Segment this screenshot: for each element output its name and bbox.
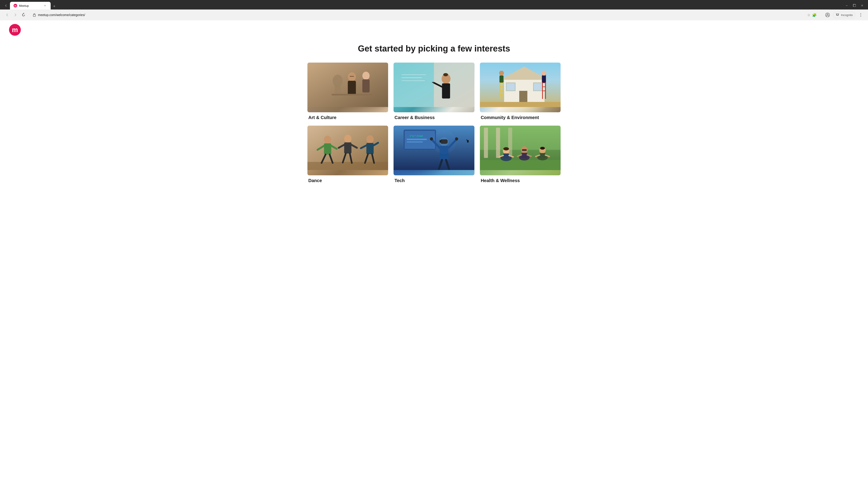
back-button[interactable] [4, 11, 11, 19]
tab-title: Meetup [19, 4, 41, 7]
svg-point-9 [861, 15, 861, 15]
new-tab-button[interactable]: + [51, 3, 57, 9]
incognito-icon [835, 13, 839, 17]
svg-rect-37 [506, 83, 515, 91]
meetup-logo[interactable]: m [9, 24, 21, 36]
svg-rect-21 [332, 94, 372, 95]
page-content: m Get started by picking a few interests [0, 20, 868, 488]
address-text: meetup.com/welcome/categories/ [38, 13, 805, 17]
svg-rect-98 [480, 126, 561, 150]
category-label-career: Career & Business [394, 115, 474, 120]
svg-point-71 [366, 135, 374, 143]
svg-point-104 [503, 147, 509, 151]
address-input[interactable]: meetup.com/welcome/categories/ ☆ 🧩 [29, 11, 820, 19]
svg-rect-56 [480, 102, 561, 107]
window-controls: − ⧠ × [844, 2, 865, 9]
browser-chrome: m Meetup × + − ⧠ × [0, 0, 868, 20]
svg-rect-102 [480, 160, 561, 170]
address-action-icons: ☆ 🧩 [807, 13, 817, 17]
svg-rect-58 [307, 162, 388, 170]
svg-rect-17 [348, 80, 356, 95]
category-label-dance: Dance [307, 178, 388, 183]
browser-right-actions: Incognito [824, 11, 864, 19]
forward-button[interactable] [12, 11, 19, 19]
browser-menu-button[interactable] [857, 11, 864, 19]
category-card-community[interactable]: Community & Environment [480, 63, 561, 120]
svg-rect-112 [522, 153, 527, 158]
incognito-badge[interactable]: Incognito [833, 12, 855, 18]
category-label-art: Art & Culture [307, 115, 388, 120]
close-window-button[interactable]: × [859, 2, 865, 9]
svg-rect-118 [539, 153, 545, 158]
svg-text:m: m [12, 26, 18, 33]
category-card-art-culture[interactable]: Art & Culture [307, 63, 388, 120]
category-image-community [480, 63, 561, 112]
svg-point-54 [541, 71, 546, 75]
reload-button[interactable] [20, 11, 27, 19]
nav-buttons [4, 11, 27, 19]
tab-bar: m Meetup × + − ⧠ × [0, 0, 868, 9]
svg-point-32 [443, 73, 448, 76]
svg-point-52 [499, 71, 504, 75]
svg-point-7 [838, 15, 838, 15]
svg-point-4 [827, 14, 828, 15]
svg-rect-2 [33, 15, 35, 17]
svg-text:{"vr":true}: {"vr":true} [410, 135, 423, 137]
category-image-health [480, 126, 561, 175]
svg-text:m: m [14, 4, 17, 7]
category-label-health: Health & Wellness [480, 178, 561, 183]
category-card-health[interactable]: Health & Wellness [480, 126, 561, 183]
page-heading: Get started by picking a few interests [307, 44, 561, 54]
svg-rect-20 [362, 79, 370, 92]
svg-point-116 [540, 147, 545, 150]
svg-rect-99 [484, 128, 488, 158]
profile-icon[interactable] [824, 11, 831, 19]
svg-point-16 [348, 72, 356, 81]
site-header: m [0, 20, 868, 39]
svg-rect-38 [533, 83, 542, 91]
svg-rect-29 [442, 84, 450, 98]
active-tab[interactable]: m Meetup × [10, 2, 51, 9]
category-image-dance [307, 126, 388, 175]
svg-point-6 [837, 15, 837, 15]
svg-rect-36 [519, 91, 527, 103]
maximize-button[interactable]: ⧠ [851, 2, 858, 9]
tab-back-button[interactable] [3, 2, 9, 9]
svg-rect-66 [344, 142, 351, 153]
svg-rect-106 [503, 153, 509, 158]
svg-rect-101 [508, 128, 512, 158]
svg-rect-55 [542, 75, 546, 83]
address-bar-area: meetup.com/welcome/categories/ ☆ 🧩 [0, 9, 868, 20]
svg-rect-24 [434, 63, 474, 107]
svg-rect-31 [432, 82, 434, 83]
tab-close-button[interactable]: × [43, 4, 47, 8]
svg-rect-60 [324, 143, 331, 155]
incognito-label: Incognito [841, 13, 853, 17]
svg-rect-72 [366, 143, 374, 154]
tab-favicon: m [13, 4, 17, 7]
minimize-button[interactable]: − [844, 2, 850, 9]
svg-point-59 [324, 136, 331, 144]
category-image-tech: {"vr":true} [394, 126, 474, 175]
category-grid: Art & Culture [307, 63, 561, 183]
category-card-career-business[interactable]: Career & Business [394, 63, 474, 120]
svg-rect-100 [496, 128, 500, 158]
svg-rect-82 [407, 141, 423, 142]
main-content: Get started by picking a few interests [298, 39, 569, 192]
category-image-art [307, 63, 388, 112]
category-card-dance[interactable]: Dance [307, 126, 388, 183]
svg-point-19 [362, 72, 370, 80]
svg-rect-81 [407, 139, 427, 140]
extensions-icon[interactable]: 🧩 [812, 13, 817, 17]
svg-point-10 [861, 16, 861, 17]
menu-dots-icon [859, 13, 863, 17]
category-label-community: Community & Environment [480, 115, 561, 120]
tab-group: m Meetup × + [10, 2, 843, 9]
svg-rect-23 [394, 63, 434, 107]
svg-point-96 [432, 130, 456, 154]
bookmark-icon[interactable]: ☆ [807, 13, 810, 17]
category-card-tech[interactable]: {"vr":true} [394, 126, 474, 183]
svg-point-8 [861, 13, 861, 14]
svg-rect-53 [499, 75, 503, 83]
svg-point-65 [344, 135, 351, 143]
